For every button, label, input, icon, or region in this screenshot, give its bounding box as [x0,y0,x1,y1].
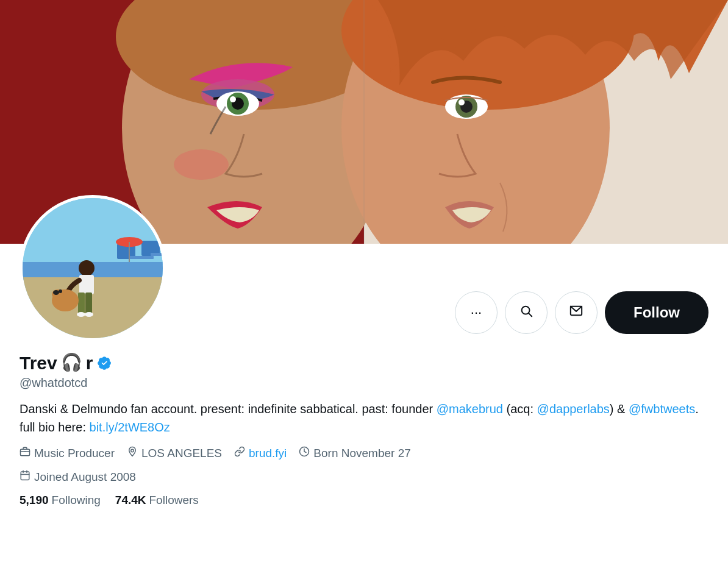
svg-rect-43 [21,472,29,480]
bio: Danski & Delmundo fan account. present: … [20,400,708,436]
profile-section: ··· Follow [0,244,728,517]
svg-rect-19 [23,277,166,341]
avatar-actions-row: ··· Follow [20,244,708,341]
svg-point-34 [53,290,59,295]
meta-row-2: Joined August 2008 [20,470,708,484]
job-icon [20,446,30,460]
bio-middle2: ) & [610,402,629,416]
meta-birthday: Born November 27 [299,446,410,460]
following-label: Following [52,494,101,507]
action-buttons: ··· Follow [455,282,708,341]
bio-text: Danski & Delmundo fan account. present: … [20,402,437,416]
search-button[interactable] [505,291,548,334]
verified-badge [96,355,112,371]
display-name: Trev🎧r [20,351,708,375]
svg-rect-27 [79,275,94,294]
svg-point-8 [230,96,236,102]
meta-row: Music Producer LOS ANGELES [20,446,708,460]
link-icon [234,446,245,460]
bio-link-dapperlabs[interactable]: @dapperlabs [537,402,610,416]
svg-point-35 [59,289,62,293]
more-options-button[interactable]: ··· [455,291,498,334]
bio-link-makebrud[interactable]: @makebrud [437,402,503,416]
calendar-icon [20,470,30,484]
meta-location: LOS ANGELES [127,446,222,460]
svg-rect-29 [85,292,92,314]
meta-job-text: Music Producer [34,447,115,460]
bio-link-bio[interactable]: bit.ly/2tWE8Oz [90,420,170,434]
follow-button[interactable]: Follow [605,291,708,334]
svg-point-30 [77,312,85,317]
svg-line-37 [529,313,532,316]
svg-point-9 [174,149,229,180]
following-count: 5,190 [20,494,49,507]
svg-rect-39 [21,449,30,456]
birthday-icon [299,446,310,460]
name-prefix: Trev [20,351,57,375]
followers-label: Followers [149,494,199,507]
svg-point-41 [131,449,134,452]
followers-stat[interactable]: 74.4K Followers [115,494,199,507]
username: @whatdotcd [20,376,708,390]
meta-website-link[interactable]: brud.fyi [249,447,287,460]
avatar [20,195,166,341]
message-button[interactable] [555,291,598,334]
followers-count: 74.4K [115,494,146,507]
svg-rect-23 [151,253,166,256]
message-icon [569,304,583,321]
svg-point-26 [79,260,95,276]
following-stat[interactable]: 5,190 Following [20,494,101,507]
svg-point-15 [459,99,465,105]
meta-job: Music Producer [20,446,115,460]
meta-birthday-text: Born November 27 [313,447,410,460]
bio-middle: (acq: [503,402,537,416]
search-icon [519,304,533,321]
svg-rect-22 [129,256,154,259]
meta-location-text: LOS ANGELES [141,447,222,460]
svg-rect-28 [78,292,85,314]
name-suffix: r [86,351,93,375]
location-icon [127,446,138,460]
meta-joined-text: Joined August 2008 [34,470,136,484]
headphone-emoji: 🎧 [61,352,82,374]
more-icon: ··· [471,305,482,321]
stats-row: 5,190 Following 74.4K Followers [20,494,708,517]
meta-joined: Joined August 2008 [20,470,136,484]
avatar-wrapper [20,195,166,341]
svg-point-31 [85,312,93,317]
meta-website: brud.fyi [234,446,287,460]
bio-link-fwbtweets[interactable]: @fwbtweets [629,402,695,416]
profile-info: Trev🎧r @whatdotcd Danski & Delmundo fan … [20,341,708,517]
